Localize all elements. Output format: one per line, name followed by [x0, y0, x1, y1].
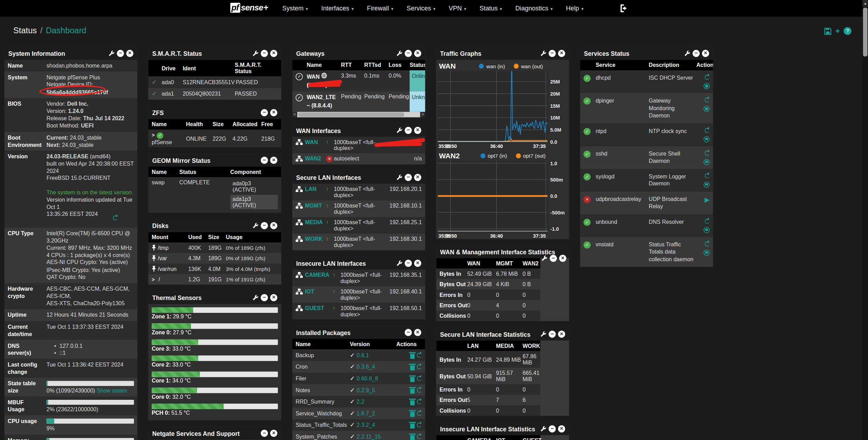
menu-vpn[interactable]: VPN▾ — [442, 5, 473, 11]
close-icon[interactable]: × — [270, 50, 277, 57]
reinstall-package-icon[interactable] — [417, 434, 422, 439]
minimize-icon[interactable]: − — [261, 109, 268, 116]
panel-header[interactable]: Secure LAN Interface Statistics −× — [436, 328, 569, 341]
minimize-icon[interactable]: − — [261, 50, 268, 57]
stop-service-icon[interactable] — [703, 181, 710, 187]
menu-help[interactable]: Help▾ — [559, 5, 590, 11]
vertical-scrollbar[interactable]: ▲ — [862, 0, 868, 440]
minimize-icon[interactable]: − — [550, 255, 557, 262]
reinstall-package-icon[interactable] — [417, 388, 422, 393]
close-icon[interactable]: × — [270, 109, 277, 116]
stop-service-icon[interactable] — [703, 83, 710, 89]
restart-service-icon[interactable] — [705, 97, 710, 102]
settings-icon[interactable] — [396, 127, 402, 134]
uninstall-package-icon[interactable] — [410, 435, 415, 440]
panel-header[interactable]: WAN Interfaces −× — [292, 124, 425, 137]
menu-services[interactable]: Services▾ — [400, 5, 442, 11]
stop-service-icon[interactable] — [703, 106, 710, 112]
close-icon[interactable]: × — [702, 50, 709, 57]
minimize-icon[interactable]: − — [405, 127, 412, 134]
panel-header[interactable]: Thermal Sensors −× — [148, 291, 281, 304]
interface-link[interactable]: MEDIA — [305, 219, 325, 226]
start-service-icon[interactable]: ▶ — [705, 196, 710, 203]
interface-link[interactable]: MGMT — [305, 203, 325, 209]
pfsense-logo[interactable]: pfsense+ — [230, 3, 268, 12]
uninstall-package-icon[interactable] — [410, 365, 415, 370]
panel-header[interactable]: Services Status −× — [580, 47, 713, 60]
panel-header[interactable]: Insecure LAN Interface Statistics −× — [436, 422, 569, 435]
minimize-icon[interactable]: − — [261, 430, 268, 437]
stop-service-icon[interactable] — [703, 136, 710, 142]
restart-service-icon[interactable] — [705, 127, 710, 132]
reinstall-package-icon[interactable] — [417, 399, 422, 404]
settings-icon[interactable] — [253, 222, 259, 229]
minimize-icon[interactable]: − — [549, 331, 556, 338]
uninstall-package-icon[interactable] — [410, 412, 415, 416]
interface-link[interactable]: LAN — [305, 186, 325, 192]
minimize-icon[interactable]: − — [549, 50, 556, 57]
close-icon[interactable]: × — [270, 157, 277, 164]
uninstall-package-icon[interactable] — [410, 423, 415, 428]
settings-icon[interactable] — [684, 50, 690, 56]
panel-header[interactable]: ZFS −× — [148, 106, 281, 119]
minimize-icon[interactable]: − — [117, 50, 124, 57]
settings-icon[interactable] — [540, 426, 547, 432]
settings-icon[interactable] — [540, 50, 547, 56]
interface-link[interactable]: GUEST — [305, 305, 332, 311]
reinstall-package-icon[interactable] — [417, 353, 422, 358]
restart-service-icon[interactable] — [705, 241, 710, 246]
close-icon[interactable]: × — [414, 329, 421, 336]
settings-icon[interactable] — [253, 294, 259, 301]
panel-header[interactable]: S.M.A.R.T. Status −× — [148, 47, 281, 60]
scrollbar-thumb[interactable] — [298, 112, 404, 117]
menu-interfaces[interactable]: Interfaces▾ — [315, 5, 360, 11]
expand-icon[interactable]: > — [152, 276, 157, 282]
panel-header[interactable]: Disks −× — [148, 219, 281, 232]
close-icon[interactable]: × — [558, 425, 565, 432]
uninstall-package-icon[interactable] — [410, 353, 415, 358]
interface-link[interactable]: WAN2 — [305, 156, 325, 162]
minimize-icon[interactable]: − — [405, 260, 412, 267]
restart-service-icon[interactable] — [705, 150, 710, 155]
stop-service-icon[interactable] — [703, 227, 710, 233]
close-icon[interactable]: × — [558, 331, 565, 338]
settings-icon[interactable] — [541, 255, 548, 262]
refresh-icon[interactable] — [113, 215, 118, 220]
close-icon[interactable]: × — [270, 294, 277, 301]
close-icon[interactable]: × — [414, 260, 421, 267]
close-icon[interactable]: × — [270, 222, 277, 229]
show-states-link[interactable]: Show states — [97, 388, 127, 394]
menu-system[interactable]: System▾ — [276, 5, 315, 11]
settings-icon[interactable] — [253, 50, 259, 56]
panel-header[interactable]: Netgate Services And Support −× — [148, 427, 281, 440]
breadcrumb-section[interactable]: Status — [13, 26, 37, 35]
settings-icon[interactable] — [540, 331, 547, 337]
menu-diagnostics[interactable]: Diagnostics▾ — [509, 5, 559, 11]
minimize-icon[interactable]: − — [405, 174, 412, 181]
add-widget-icon[interactable]: + — [835, 27, 840, 35]
panel-header[interactable]: Secure LAN Interfaces −× — [292, 171, 425, 184]
panel-header[interactable]: Traffic Graphs −× — [436, 47, 569, 60]
reinstall-package-icon[interactable] — [417, 422, 422, 427]
settings-icon[interactable] — [396, 174, 402, 181]
panel-header[interactable]: System Information −× — [5, 47, 138, 60]
minimize-icon[interactable]: − — [692, 50, 700, 57]
minimize-icon[interactable]: − — [261, 222, 268, 229]
interface-link[interactable]: WAN — [305, 139, 325, 145]
scroll-up-icon[interactable]: ▲ — [862, 0, 868, 7]
uninstall-package-icon[interactable] — [410, 388, 415, 393]
save-layout-icon[interactable] — [824, 27, 832, 35]
panel-header[interactable]: Insecure LAN Interfaces −× — [292, 257, 425, 270]
stop-service-icon[interactable] — [703, 159, 710, 165]
scroll-left-icon[interactable]: < — [292, 112, 297, 117]
panel-header[interactable]: GEOM Mirror Status −× — [148, 154, 281, 167]
reinstall-package-icon[interactable] — [417, 411, 422, 416]
reinstall-package-icon[interactable] — [417, 376, 422, 381]
minimize-icon[interactable]: − — [261, 294, 268, 301]
expand-icon[interactable]: > — [152, 132, 157, 138]
menu-status[interactable]: Status▾ — [473, 5, 508, 11]
minimize-icon[interactable]: − — [405, 50, 412, 57]
interface-link[interactable]: CAMERA — [305, 272, 332, 278]
close-icon[interactable]: × — [270, 430, 277, 437]
logout-icon[interactable] — [619, 4, 628, 13]
